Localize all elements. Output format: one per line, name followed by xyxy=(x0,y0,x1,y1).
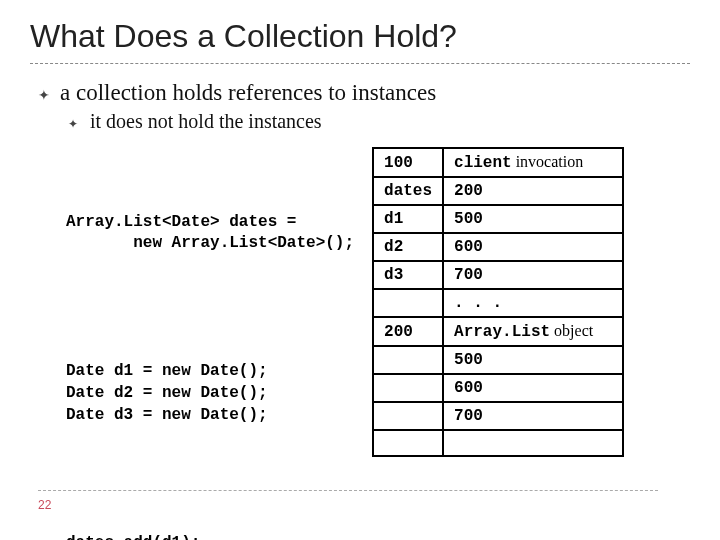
code-line: new Array.List<Date>(); xyxy=(66,234,354,252)
page-number: 22 xyxy=(38,498,51,512)
code-block-3: dates.add(d1); dates.add(d2); dates.add(… xyxy=(66,511,354,540)
mem-key: 200 xyxy=(373,317,443,346)
bullet-main-text: a collection holds references to instanc… xyxy=(60,80,436,106)
mem-key: d2 xyxy=(373,233,443,261)
table-row: 100client invocation xyxy=(373,148,623,177)
mem-key xyxy=(373,402,443,430)
mem-value: 500 xyxy=(443,205,623,233)
memory-table: 100client invocationdates200d1500d2600d3… xyxy=(372,147,624,457)
mem-note: invocation xyxy=(512,153,584,170)
content-row: Array.List<Date> dates = new Array.List<… xyxy=(66,147,690,540)
bullet-main: ✦ a collection holds references to insta… xyxy=(38,80,690,106)
mem-key: d1 xyxy=(373,205,443,233)
mem-key xyxy=(373,430,443,456)
table-row: d1500 xyxy=(373,205,623,233)
mem-key xyxy=(373,346,443,374)
bullet-sub: ✦ it does not hold the instances xyxy=(68,110,690,133)
slide-title: What Does a Collection Hold? xyxy=(30,18,690,55)
code-block-1: Array.List<Date> dates = new Array.List<… xyxy=(66,190,354,276)
code-block-2: Date d1 = new Date(); Date d2 = new Date… xyxy=(66,340,354,448)
mem-value: 700 xyxy=(443,402,623,430)
code-line: Date d3 = new Date(); xyxy=(66,406,268,424)
table-row: dates200 xyxy=(373,177,623,205)
table-row: d2600 xyxy=(373,233,623,261)
mem-note: object xyxy=(550,322,593,339)
mem-value: client invocation xyxy=(443,148,623,177)
mem-value: Array.List object xyxy=(443,317,623,346)
table-row: d3700 xyxy=(373,261,623,289)
mem-value xyxy=(443,430,623,456)
code-line: Date d2 = new Date(); xyxy=(66,384,268,402)
bullet-sub-text: it does not hold the instances xyxy=(90,110,322,133)
code-line: Date d1 = new Date(); xyxy=(66,362,268,380)
mem-key: 100 xyxy=(373,148,443,177)
bullet-list: ✦ a collection holds references to insta… xyxy=(38,80,690,133)
table-row: 700 xyxy=(373,402,623,430)
mem-key xyxy=(373,374,443,402)
bullet-marker-icon: ✦ xyxy=(68,117,90,131)
table-row xyxy=(373,430,623,456)
table-row: . . . xyxy=(373,289,623,317)
mem-value: 200 xyxy=(443,177,623,205)
mem-key: d3 xyxy=(373,261,443,289)
mem-key xyxy=(373,289,443,317)
table-row: 200Array.List object xyxy=(373,317,623,346)
mem-value: 600 xyxy=(443,374,623,402)
title-divider xyxy=(30,63,690,64)
bullet-marker-icon: ✦ xyxy=(38,87,60,103)
mem-value: 700 xyxy=(443,261,623,289)
mem-value: 500 xyxy=(443,346,623,374)
code-line: dates.add(d1); xyxy=(66,534,200,541)
mem-value: . . . xyxy=(443,289,623,317)
mem-key: dates xyxy=(373,177,443,205)
mem-value: 600 xyxy=(443,233,623,261)
code-line: Array.List<Date> dates = xyxy=(66,213,296,231)
code-column: Array.List<Date> dates = new Array.List<… xyxy=(66,147,354,540)
table-row: 500 xyxy=(373,346,623,374)
table-row: 600 xyxy=(373,374,623,402)
